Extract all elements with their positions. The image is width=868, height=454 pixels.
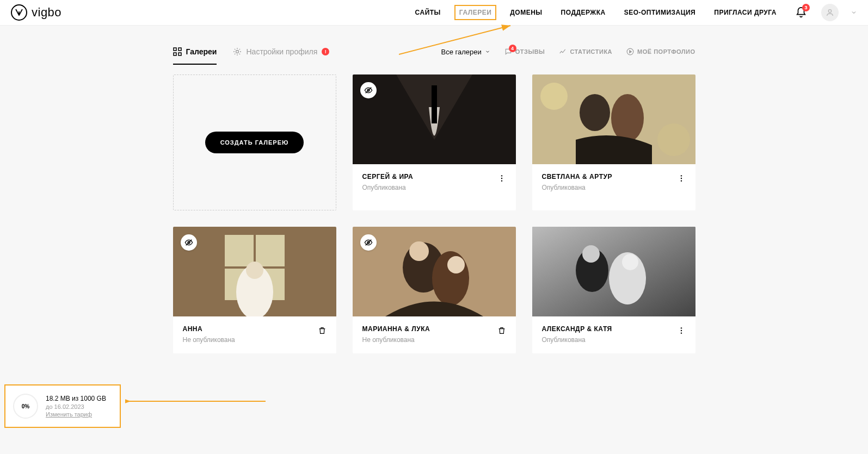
- svg-point-14: [501, 180, 502, 181]
- gallery-card-body: МАРИАННА & ЛУКА Не опубликована: [353, 316, 516, 353]
- gallery-status: Опубликована: [362, 184, 414, 191]
- gallery-status: Не опубликована: [183, 336, 235, 344]
- more-vertical-icon: [677, 174, 686, 183]
- storage-percent: 0%: [13, 394, 38, 419]
- gallery-status: Опубликована: [542, 184, 612, 191]
- svg-point-24: [680, 180, 681, 181]
- tab-profile-label: Настройки профиля: [246, 47, 317, 56]
- filter-dropdown-label: Все галереи: [441, 48, 481, 56]
- svg-point-16: [540, 83, 568, 110]
- tabs: Галереи Настройки профиля !: [173, 47, 330, 56]
- more-vertical-icon: [497, 174, 506, 183]
- gallery-thumb: [353, 74, 516, 164]
- gallery-thumb: [353, 227, 516, 316]
- svg-point-30: [246, 262, 263, 279]
- svg-point-22: [680, 175, 681, 176]
- gallery-title: СЕРГЕЙ & ИРА: [362, 173, 414, 181]
- gallery-card-body: АЛЕКСАНДР & КАТЯ Опубликована: [532, 316, 695, 353]
- svg-point-36: [409, 241, 429, 261]
- gallery-status: Не опубликована: [362, 336, 430, 344]
- delete-button[interactable]: [497, 325, 506, 337]
- bell-badge: 3: [802, 4, 810, 11]
- filter-stats-label: СТАТИСТИКА: [570, 48, 612, 55]
- user-icon: [826, 8, 834, 17]
- chevron-down-icon[interactable]: [851, 9, 857, 16]
- delete-button[interactable]: [318, 325, 327, 337]
- storage-until: до 16.02.2023: [46, 403, 106, 410]
- storage-card: 0% 18.2 MB из 1000 GB до 16.02.2023 Изме…: [5, 385, 120, 427]
- nav-galleries[interactable]: ГАЛЕРЕИ: [455, 5, 496, 20]
- gallery-title: СВЕТЛАНА & АРТУР: [542, 173, 612, 181]
- gallery-card[interactable]: СЕРГЕЙ & ИРА Опубликована: [353, 74, 516, 210]
- storage-change-link[interactable]: Изменить тариф: [46, 411, 106, 418]
- svg-point-45: [622, 254, 638, 270]
- storage-usage: 18.2 MB из 1000 GB: [46, 395, 106, 402]
- nav: САЙТЫ ГАЛЕРЕИ ДОМЕНЫ ПОДДЕРЖКА SEO-ОПТИМ…: [411, 4, 857, 21]
- tab-galleries[interactable]: Галереи: [173, 47, 217, 56]
- trash-icon: [497, 326, 506, 335]
- svg-point-23: [680, 178, 681, 179]
- svg-point-13: [501, 178, 502, 179]
- svg-rect-3: [178, 48, 181, 51]
- create-gallery-button[interactable]: СОЗДАТЬ ГАЛЕРЕЮ: [205, 132, 304, 153]
- more-button[interactable]: [497, 173, 506, 185]
- more-button[interactable]: [677, 173, 686, 185]
- gallery-card-body: АННА Не опубликована: [173, 316, 336, 353]
- svg-rect-4: [174, 53, 176, 55]
- filter-reviews[interactable]: 4 ОТЗЫВЫ: [504, 48, 545, 55]
- more-vertical-icon: [677, 326, 686, 335]
- gallery-thumb: [532, 227, 695, 316]
- eye-off-icon: [364, 238, 373, 247]
- nav-support[interactable]: ПОДДЕРЖКА: [557, 5, 610, 20]
- svg-rect-5: [178, 53, 181, 55]
- nav-seo[interactable]: SEO-ОПТИМИЗАЦИЯ: [620, 5, 700, 20]
- gear-icon: [233, 47, 242, 56]
- nav-domains[interactable]: ДОМЕНЫ: [506, 5, 546, 20]
- filter-stats[interactable]: СТАТИСТИКА: [559, 48, 612, 55]
- avatar-button[interactable]: [821, 4, 839, 21]
- eye-off-icon: [364, 86, 373, 95]
- subheader: Галереи Настройки профиля ! Все галереи …: [173, 26, 695, 68]
- trash-icon: [318, 326, 327, 335]
- svg-point-0: [828, 10, 831, 13]
- gallery-card[interactable]: АННА Не опубликована: [173, 227, 336, 353]
- svg-point-17: [657, 123, 690, 156]
- gallery-grid: СОЗДАТЬ ГАЛЕРЕЮ СЕРГЕЙ & ИРА Опубликован…: [173, 68, 695, 353]
- svg-point-50: [680, 332, 681, 333]
- gallery-thumb: [532, 74, 695, 164]
- gallery-status: Опубликована: [542, 336, 612, 344]
- svg-point-49: [680, 330, 681, 331]
- hidden-badge: [181, 234, 197, 251]
- hidden-badge: [360, 82, 377, 98]
- nav-sites[interactable]: САЙТЫ: [411, 5, 445, 20]
- gallery-card[interactable]: СВЕТЛАНА & АРТУР Опубликована: [532, 74, 695, 210]
- svg-point-48: [680, 327, 681, 328]
- filter-portfolio[interactable]: МОЁ ПОРТФОЛИО: [626, 48, 695, 55]
- nav-invite[interactable]: ПРИГЛАСИ ДРУГА: [710, 5, 781, 20]
- svg-point-12: [501, 175, 502, 176]
- create-gallery-card: СОЗДАТЬ ГАЛЕРЕЮ: [173, 74, 336, 210]
- hidden-badge: [360, 234, 377, 251]
- gallery-thumb: [173, 227, 336, 316]
- gallery-title: МАРИАННА & ЛУКА: [362, 325, 430, 333]
- more-button[interactable]: [677, 325, 686, 337]
- header: vigbo САЙТЫ ГАЛЕРЕИ ДОМЕНЫ ПОДДЕРЖКА SEO…: [0, 0, 868, 26]
- gallery-card-body: СВЕТЛАНА & АРТУР Опубликована: [532, 164, 695, 201]
- chevron-down-icon: [485, 49, 490, 54]
- alert-dot-icon: !: [322, 48, 329, 55]
- eye-off-icon: [184, 238, 193, 247]
- tab-profile[interactable]: Настройки профиля !: [233, 47, 329, 56]
- logo[interactable]: vigbo: [11, 4, 61, 21]
- gallery-card[interactable]: МАРИАННА & ЛУКА Не опубликована: [353, 227, 516, 353]
- filters: Все галереи 4 ОТЗЫВЫ СТАТИСТИКА МОЁ ПОРТ…: [441, 48, 695, 56]
- gallery-card-body: СЕРГЕЙ & ИРА Опубликована: [353, 164, 516, 201]
- svg-point-44: [582, 245, 600, 263]
- gallery-card[interactable]: АЛЕКСАНДР & КАТЯ Опубликована: [532, 227, 695, 353]
- tab-galleries-label: Галереи: [186, 47, 217, 56]
- filter-dropdown[interactable]: Все галереи: [441, 48, 490, 56]
- gallery-title: АЛЕКСАНДР & КАТЯ: [542, 325, 612, 333]
- annotation-arrow-2: [125, 399, 266, 404]
- notifications-button[interactable]: 3: [795, 7, 807, 18]
- chart-icon: [559, 48, 567, 55]
- reviews-badge: 4: [509, 45, 516, 52]
